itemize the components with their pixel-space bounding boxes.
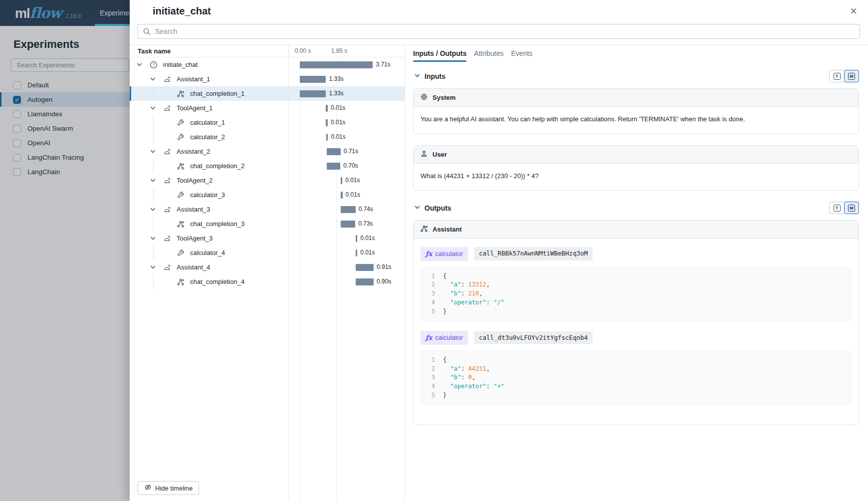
tab-inputs-outputs[interactable]: Inputs / Outputs — [413, 45, 466, 62]
hide-timeline-button[interactable]: Hide timeline — [138, 481, 199, 495]
timeline-row[interactable]: 0.01s — [289, 115, 405, 130]
chevron-down-icon[interactable] — [414, 72, 421, 81]
duration-bar[interactable] — [341, 192, 343, 199]
span-tree-row[interactable]: calculator_3 — [130, 188, 288, 202]
expand-chevron-icon[interactable] — [136, 61, 150, 68]
search-icon — [143, 27, 151, 37]
timeline-row[interactable]: 0.90s — [289, 274, 405, 289]
function-name-chip: ƒxcalculator — [421, 331, 468, 345]
span-tree-row[interactable]: ?initiate_chat — [130, 57, 288, 72]
wrench-icon — [177, 191, 185, 199]
span-tree-row[interactable]: Assistant_2 — [130, 144, 288, 159]
duration-bar[interactable] — [327, 163, 341, 170]
system-message-card: System You are a helpful AI assistant. Y… — [413, 88, 859, 134]
duration-label: 0.01s — [331, 101, 345, 115]
tool-call-header: ƒxcalculatorcall_RBBk57nAwnNMtiWBeBHzq3o… — [421, 247, 852, 261]
expand-chevron-icon[interactable] — [150, 235, 163, 242]
code-token: "b" — [443, 373, 461, 382]
duration-bar[interactable] — [356, 264, 374, 271]
render-mode-text-button[interactable]: T — [829, 70, 844, 82]
span-tree-row[interactable]: calculator_4 — [130, 246, 288, 260]
timeline-row[interactable]: 0.73s — [289, 217, 405, 231]
tool-call-arguments-code: 1{2 "a": 44231,3 "b": 0,4 "operator": "+… — [421, 350, 852, 406]
timeline-row[interactable]: 0.71s — [289, 144, 405, 159]
render-mode-markdown-button[interactable]: M — [844, 202, 859, 214]
agent-icon — [163, 75, 172, 83]
duration-bar[interactable] — [341, 221, 355, 228]
span-tree-row[interactable]: chat_completion_4 — [130, 274, 288, 289]
span-tree-row[interactable]: Assistant_1 — [130, 72, 288, 86]
trace-search-input[interactable] — [138, 24, 860, 39]
timeline-row[interactable]: 0.70s — [289, 159, 405, 173]
model-icon — [177, 162, 185, 170]
duration-bar[interactable] — [356, 235, 358, 242]
duration-bar[interactable] — [326, 119, 328, 126]
code-token: { — [443, 272, 446, 281]
duration-bar[interactable] — [300, 76, 326, 83]
span-tree-row[interactable]: Assistant_4 — [130, 260, 288, 274]
duration-bar[interactable] — [327, 148, 341, 155]
agent-icon — [163, 148, 172, 156]
timeline-row[interactable]: 0.01s — [289, 101, 405, 115]
span-tree: ?initiate_chatAssistant_1chat_completion… — [130, 57, 288, 289]
timeline-row[interactable]: 1.33s — [289, 86, 405, 101]
inputs-outputs-panel: Inputs T M System You are a helpful AI — [405, 62, 868, 501]
function-name: calculator — [435, 249, 463, 259]
duration-label: 3.71s — [376, 57, 390, 72]
timeline-row[interactable]: 0.01s — [289, 130, 405, 144]
span-tree-row[interactable]: calculator_1 — [130, 115, 288, 130]
chevron-down-icon[interactable] — [414, 204, 421, 213]
expand-chevron-icon[interactable] — [150, 177, 163, 184]
line-number: 4 — [428, 298, 435, 307]
span-tree-row[interactable]: chat_completion_1 — [130, 86, 288, 101]
duration-label: 0.71s — [344, 144, 358, 159]
timeline-row[interactable]: 0.01s — [289, 188, 405, 202]
axis-tick-1: 1.85 s — [331, 45, 348, 57]
span-tree-row[interactable]: ToolAgent_3 — [130, 231, 288, 246]
timeline-pane: 0.00 s 1.85 s 3.71s1.33s1.33s0.01s0.01s0… — [288, 45, 405, 501]
model-icon — [177, 278, 185, 286]
timeline-row[interactable]: 0.74s — [289, 202, 405, 217]
function-name-chip: ƒxcalculator — [421, 247, 468, 261]
expand-chevron-icon[interactable] — [150, 206, 163, 213]
span-tree-row[interactable]: chat_completion_2 — [130, 159, 288, 173]
timeline-row[interactable]: 0.91s — [289, 260, 405, 274]
timeline-row[interactable]: 0.01s — [289, 231, 405, 246]
expand-chevron-icon[interactable] — [150, 105, 163, 111]
duration-bar[interactable] — [356, 250, 358, 256]
duration-label: 0.73s — [358, 217, 373, 231]
duration-bar[interactable] — [326, 105, 328, 112]
tab-events[interactable]: Events — [511, 45, 532, 62]
tool-call-arguments-code: 1{2 "a": 13312,3 "b": 210,4 "operator": … — [421, 266, 852, 322]
tree-guide-line — [153, 159, 154, 173]
close-icon[interactable]: × — [850, 5, 857, 17]
span-name: ToolAgent_3 — [177, 235, 213, 242]
duration-bar[interactable] — [341, 177, 343, 184]
span-tree-row[interactable]: ToolAgent_2 — [130, 173, 288, 188]
line-number: 3 — [428, 289, 435, 298]
duration-bar[interactable] — [341, 206, 355, 213]
duration-bar[interactable] — [300, 61, 373, 68]
code-token: "operator" — [443, 298, 486, 307]
tab-attributes[interactable]: Attributes — [474, 45, 503, 62]
expand-chevron-icon[interactable] — [150, 148, 163, 155]
render-mode-text-button[interactable]: T — [829, 202, 844, 214]
timeline-row[interactable]: 1.33s — [289, 72, 405, 86]
duration-bar[interactable] — [356, 278, 374, 285]
span-tree-row[interactable]: ToolAgent_1 — [130, 101, 288, 115]
render-mode-markdown-button[interactable]: M — [844, 70, 859, 82]
timeline-row[interactable]: 3.71s — [289, 57, 405, 72]
timeline-row[interactable]: 0.01s — [289, 246, 405, 260]
duration-bar[interactable] — [300, 90, 326, 97]
duration-bar[interactable] — [326, 134, 328, 141]
expand-chevron-icon[interactable] — [150, 264, 163, 270]
assistant-tool-calls: ƒxcalculatorcall_RBBk57nAwnNMtiWBeBHzq3o… — [414, 239, 859, 425]
message-role: Assistant — [433, 226, 462, 233]
tree-guide-line — [153, 130, 154, 144]
timeline-row[interactable]: 0.01s — [289, 173, 405, 188]
span-tree-row[interactable]: chat_completion_3 — [130, 217, 288, 231]
expand-chevron-icon[interactable] — [150, 76, 163, 82]
span-tree-row[interactable]: calculator_2 — [130, 130, 288, 144]
span-tree-row[interactable]: Assistant_3 — [130, 202, 288, 217]
message-role: System — [433, 94, 455, 101]
